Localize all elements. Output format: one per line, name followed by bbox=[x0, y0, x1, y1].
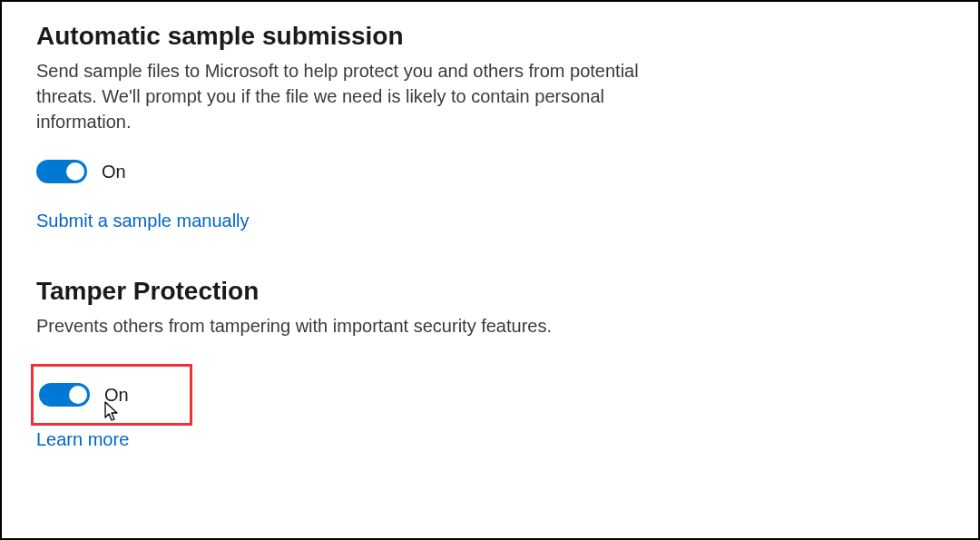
settings-panel: Automatic sample submission Send sample … bbox=[0, 0, 980, 540]
highlight-annotation-box: On bbox=[31, 364, 192, 426]
toggle-switch-autosample[interactable] bbox=[36, 160, 87, 183]
section-title-tamper: Tamper Protection bbox=[36, 277, 944, 306]
section-title-autosample: Automatic sample submission bbox=[36, 22, 944, 51]
toggle-state-label-autosample: On bbox=[102, 162, 126, 182]
section-description-autosample: Send sample files to Microsoft to help p… bbox=[36, 58, 690, 134]
section-description-tamper: Prevents others from tampering with impo… bbox=[36, 313, 690, 339]
link-submit-sample-manually[interactable]: Submit a sample manually bbox=[36, 211, 250, 231]
link-learn-more-tamper[interactable]: Learn more bbox=[36, 429, 129, 450]
toggle-knob bbox=[69, 386, 87, 404]
toggle-switch-tamper[interactable] bbox=[39, 383, 90, 407]
section-automatic-sample-submission: Automatic sample submission Send sample … bbox=[36, 22, 944, 231]
toggle-row-autosample: On bbox=[36, 160, 944, 183]
toggle-knob bbox=[66, 162, 84, 181]
toggle-state-label-tamper: On bbox=[104, 385, 129, 406]
section-tamper-protection: Tamper Protection Prevents others from t… bbox=[36, 277, 944, 450]
